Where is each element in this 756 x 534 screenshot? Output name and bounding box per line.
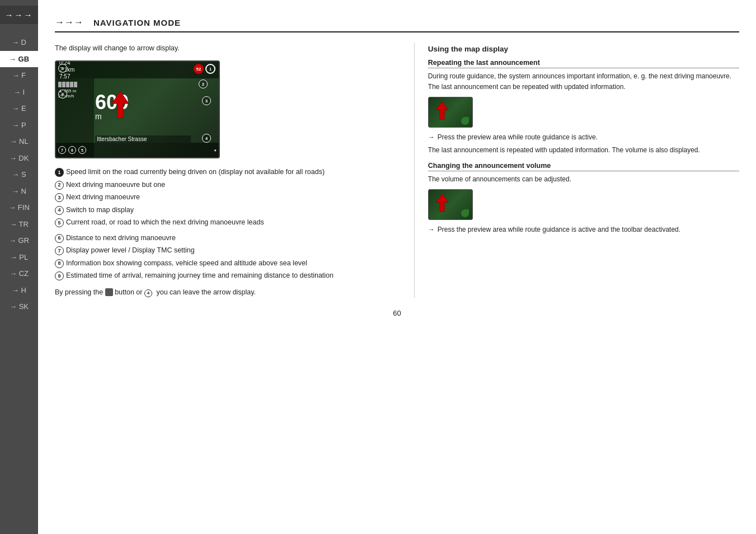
list-item-3: 3 Next driving manoeuvre: [55, 193, 397, 203]
nav-circle-badge: 52: [194, 64, 204, 74]
sidebar-item-h[interactable]: → H: [0, 282, 38, 299]
sidebar-item-tr[interactable]: → TR: [0, 216, 38, 233]
subsection-volume: Changing the announcement volume: [428, 162, 739, 171]
mini-nav-image-2: [428, 189, 473, 220]
speed-bar-1: [58, 82, 62, 87]
list-item-2: 2 Next driving manoeuvre but one: [55, 180, 397, 190]
nav-marker-9: 9: [58, 64, 67, 73]
list-text-7: Display power level / Display TMC settin…: [66, 246, 195, 256]
svg-marker-1: [436, 102, 448, 119]
nav-street-name: Ittersbacher Strasse: [95, 135, 191, 143]
list-item-6: 6 Distance to next driving manoeuvre: [55, 233, 397, 243]
list-text-9: Estimated time of arrival, remaining jou…: [66, 271, 334, 281]
nav-marker-3: 3: [202, 96, 211, 105]
circle-num-3: 3: [55, 193, 64, 202]
speed-bar-5: [74, 82, 77, 87]
sidebar-item-nl[interactable]: → NL: [0, 133, 38, 150]
list-item-8: 8 Information box showing compass, vehic…: [55, 259, 397, 269]
arrow-bullet-1: → Press the preview area while route gui…: [428, 132, 739, 142]
repeat-text2: The last announcement is repeated with u…: [428, 145, 739, 156]
button-or-text: button or: [115, 288, 142, 296]
circle-num-2: 2: [55, 181, 64, 190]
arrow-bullet-text-2: Press the preview area while route guida…: [438, 224, 680, 235]
sidebar-item-d[interactable]: → D: [0, 34, 38, 51]
by-pressing-text: By pressing the: [55, 288, 103, 296]
sidebar-item-dk[interactable]: → DK: [0, 150, 38, 167]
circle-num-9: 9: [55, 271, 64, 280]
sidebar-item-p[interactable]: → P: [0, 117, 38, 134]
list-text-3: Next driving manoeuvre: [66, 193, 140, 203]
svg-marker-0: [112, 91, 129, 118]
nav-speed-bars: [58, 82, 92, 87]
nav-big-unit: m: [95, 112, 102, 121]
list-item-9: 9 Estimated time of arrival, remaining j…: [55, 271, 397, 281]
sidebar-item-n[interactable]: → N: [0, 183, 38, 200]
list-text-1: Speed limit on the road currently being …: [66, 167, 325, 177]
header-arrows: →→→: [55, 17, 83, 28]
nav-bottom-right: ●: [214, 148, 217, 153]
sidebar-item-sk[interactable]: → SK: [0, 298, 38, 315]
arrow-bullet-2: → Press the preview area while route gui…: [428, 224, 739, 235]
sidebar: →→→ → D → GB → F → I → E → P → NL → DK →…: [0, 0, 38, 534]
nav-button-icon: [105, 288, 113, 296]
page-number: 60: [55, 309, 739, 317]
by-pressing-paragraph: By pressing the button or 4 you can leav…: [55, 287, 397, 298]
main-content: →→→ NAVIGATION MODE The display will cha…: [38, 0, 756, 534]
nav-marker-2: 2: [199, 79, 208, 88]
circle-num-5: 5: [55, 218, 64, 227]
sidebar-item-cz[interactable]: → CZ: [0, 265, 38, 282]
sidebar-item-fin[interactable]: → FIN: [0, 199, 38, 216]
nav-bottom-left: 7 6 5: [58, 146, 86, 154]
list-item-5: 5 Current road, or road to which the nex…: [55, 218, 397, 228]
nav-direction-arrow: [106, 87, 134, 123]
nav-top-right-badges: 52 1: [194, 64, 215, 74]
col-left: The display will change to arrow display…: [55, 43, 397, 298]
arrow-icon-1: →: [428, 132, 435, 142]
sidebar-item-pl[interactable]: → PL: [0, 249, 38, 266]
speed-bar-3: [66, 82, 69, 87]
list-item-7: 7 Display power level / Display TMC sett…: [55, 246, 397, 256]
sidebar-item-e[interactable]: → E: [0, 100, 38, 117]
list-text-5: Current road, or road to which the next …: [66, 218, 264, 228]
speed-bar-4: [70, 82, 73, 87]
list-text-8: Information box showing compass, vehicle…: [66, 259, 307, 269]
svg-marker-2: [436, 194, 448, 212]
intro-text: The display will change to arrow display…: [55, 43, 397, 54]
page-header: →→→ NAVIGATION MODE: [55, 17, 739, 32]
nav-marker-8: 8: [58, 90, 67, 99]
nav-bottom-bar: 7 6 5 ●: [56, 143, 219, 157]
arrow-icon-2: →: [428, 224, 435, 235]
arrow-bullet-text-1: Press the preview area while route guida…: [438, 132, 598, 142]
nav-display-inner: 0:24 2.1km 7:57 52 1 2 3: [56, 62, 219, 157]
circle-4-ref: 4: [144, 289, 152, 297]
circle-num-1: 1: [55, 168, 64, 177]
nav-top-bar: 0:24 2.1km 7:57 52 1: [56, 62, 219, 78]
mini-nav-image-1: [428, 97, 473, 128]
sidebar-item-f[interactable]: → F: [0, 67, 38, 84]
mini-leaf-2: [461, 209, 469, 217]
volume-text: The volume of announcements can be adjus…: [428, 174, 739, 185]
col-right: Using the map display Repeating the last…: [414, 43, 739, 298]
circle-num-7: 7: [55, 246, 64, 255]
speed-bar-2: [62, 82, 65, 87]
content-columns: The display will change to arrow display…: [55, 43, 739, 298]
page-title: NAVIGATION MODE: [93, 18, 181, 27]
list-item-1: 1 Speed limit on the road currently bein…: [55, 167, 397, 177]
list-item-4: 4 Switch to map display: [55, 205, 397, 216]
list-text-6: Distance to next driving manoeuvre: [66, 233, 176, 243]
sidebar-item-gb[interactable]: → GB: [0, 51, 38, 68]
nav-marker-6: 6: [68, 146, 76, 154]
nav-marker-5: 5: [78, 146, 86, 154]
circle-num-8: 8: [55, 259, 64, 268]
mini-nav-arrow-1: [433, 100, 451, 121]
mini-nav-arrow-2: [433, 192, 451, 213]
sidebar-item-s[interactable]: → S: [0, 166, 38, 183]
sidebar-item-i[interactable]: → I: [0, 84, 38, 101]
list-text-4: Switch to map display: [66, 205, 134, 216]
sidebar-arrows: →→→: [0, 6, 38, 24]
sidebar-item-gr[interactable]: → GR: [0, 232, 38, 249]
nav-marker-7: 7: [58, 146, 66, 154]
left-numbered-list: 1 Speed limit on the road currently bein…: [55, 167, 397, 228]
list-text-2: Next driving manoeuvre but one: [66, 180, 165, 190]
circle-num-6: 6: [55, 234, 64, 243]
